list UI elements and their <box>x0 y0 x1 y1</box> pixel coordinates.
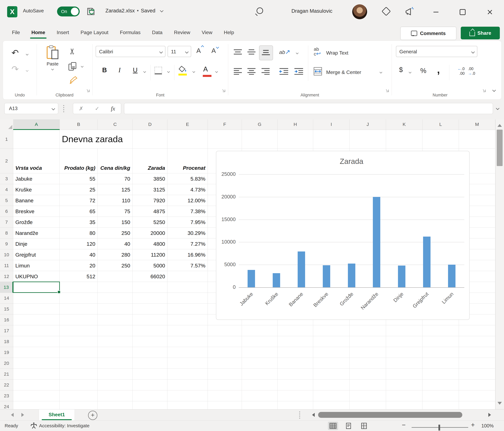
cell-K22[interactable] <box>386 379 423 390</box>
cell-B9[interactable]: 120 <box>60 238 98 249</box>
cell-H21[interactable] <box>278 369 313 379</box>
cell-E18[interactable] <box>167 336 208 347</box>
cell-C19[interactable] <box>98 347 133 358</box>
cell-C23[interactable] <box>98 390 133 401</box>
undo-dropdown-icon[interactable] <box>26 53 28 55</box>
cell-B7[interactable]: 35 <box>60 217 98 228</box>
number-format-select[interactable]: General <box>396 46 477 57</box>
cell-E10[interactable]: 16.96% <box>167 249 208 260</box>
cell-C6[interactable]: 75 <box>98 206 133 217</box>
cell-C20[interactable] <box>98 358 133 369</box>
cell-L23[interactable] <box>423 390 459 401</box>
column-header-F[interactable]: F <box>208 119 242 130</box>
add-sheet-button[interactable]: + <box>88 411 97 420</box>
cell-L22[interactable] <box>423 379 459 390</box>
cell-K21[interactable] <box>386 369 423 379</box>
cell-F24[interactable] <box>208 401 242 409</box>
cell-D6[interactable]: 4875 <box>133 206 167 217</box>
cell-D15[interactable] <box>133 304 167 314</box>
cell-C17[interactable] <box>98 325 133 336</box>
cell-G19[interactable] <box>242 347 278 358</box>
chart-bar-Limun[interactable] <box>448 265 456 287</box>
increase-indent-button[interactable] <box>294 68 303 75</box>
document-title[interactable]: Zarada2.xlsx•Saved <box>105 8 163 14</box>
chart-bar-Grejpfrut[interactable] <box>423 237 431 287</box>
cell-E1[interactable] <box>167 130 208 149</box>
cell-A12[interactable]: UKUPNO <box>13 271 60 282</box>
decrease-font-button[interactable]: A <box>211 47 216 54</box>
cell-C4[interactable]: 125 <box>98 184 133 195</box>
cell-M17[interactable] <box>459 325 495 336</box>
cell-L24[interactable] <box>423 401 459 409</box>
chart-bar-Dinje[interactable] <box>398 266 405 287</box>
cell-A18[interactable] <box>13 336 60 347</box>
cell-A16[interactable] <box>13 314 60 325</box>
cell-G22[interactable] <box>242 379 278 390</box>
cell-B14[interactable] <box>60 293 98 304</box>
cell-E12[interactable] <box>167 271 208 282</box>
horizontal-scroll-thumb[interactable] <box>318 412 462 418</box>
underline-dropdown-icon[interactable] <box>144 70 146 73</box>
align-bottom-button-selected[interactable] <box>259 45 273 60</box>
cell-F1[interactable] <box>208 130 242 149</box>
zoom-level[interactable]: 100% <box>481 423 494 429</box>
cell-C3[interactable]: 70 <box>98 173 133 184</box>
save-icon[interactable] <box>86 7 96 17</box>
cell-D23[interactable] <box>133 390 167 401</box>
italic-button[interactable]: I <box>118 66 121 74</box>
search-icon[interactable] <box>257 8 263 14</box>
cell-G17[interactable] <box>242 325 278 336</box>
name-box[interactable]: A13 <box>4 103 58 114</box>
cell-F23[interactable] <box>208 390 242 401</box>
cell-A7[interactable]: Grožđe <box>13 217 60 228</box>
scroll-up-icon[interactable] <box>497 122 502 127</box>
cell-L19[interactable] <box>423 347 459 358</box>
cell-J23[interactable] <box>350 390 386 401</box>
cell-M21[interactable] <box>459 369 495 379</box>
view-normal-button[interactable] <box>328 422 338 430</box>
chart-bar-Kruške[interactable] <box>273 273 280 287</box>
cell-B21[interactable] <box>60 369 98 379</box>
cell-A15[interactable] <box>13 304 60 314</box>
decrease-decimal-button[interactable]: .00 →.0 <box>468 66 480 76</box>
next-sheet-icon[interactable] <box>21 413 26 417</box>
tab-data[interactable]: Data <box>146 25 168 40</box>
cell-J22[interactable] <box>350 379 386 390</box>
hscroll-left-icon[interactable] <box>310 413 315 417</box>
cell-D14[interactable] <box>133 293 167 304</box>
row-header-1[interactable]: 1 <box>0 130 13 149</box>
cell-M19[interactable] <box>459 347 495 358</box>
number-dialog-launcher[interactable] <box>483 89 486 92</box>
merge-center-dropdown-icon[interactable] <box>380 71 382 73</box>
cell-E14[interactable] <box>167 293 208 304</box>
tab-review[interactable]: Review <box>168 25 196 40</box>
cell-E15[interactable] <box>167 304 208 314</box>
cell-E5[interactable]: 12.00% <box>167 195 208 206</box>
cell-J19[interactable] <box>350 347 386 358</box>
collapse-ribbon-icon[interactable] <box>492 88 496 92</box>
cell-K23[interactable] <box>386 390 423 401</box>
decrease-indent-button[interactable] <box>279 68 288 75</box>
cell-L1[interactable] <box>423 130 459 149</box>
cell-A17[interactable] <box>13 325 60 336</box>
row-header-18[interactable]: 18 <box>0 336 13 347</box>
column-header-I[interactable]: I <box>313 119 350 130</box>
cell-A19[interactable] <box>13 347 60 358</box>
row-header-8[interactable]: 8 <box>0 228 13 238</box>
cell-F21[interactable] <box>208 369 242 379</box>
row-header-11[interactable]: 11 <box>0 260 13 271</box>
cell-I20[interactable] <box>313 358 350 369</box>
excel-app-icon[interactable]: X <box>7 6 17 17</box>
vertical-scroll-thumb[interactable] <box>497 130 503 166</box>
cell-I24[interactable] <box>313 401 350 409</box>
cell-E7[interactable]: 7.95% <box>167 217 208 228</box>
cell-D16[interactable] <box>133 314 167 325</box>
row-header-3[interactable]: 3 <box>0 173 13 184</box>
merge-center-label[interactable]: Merge & Center <box>326 70 361 75</box>
align-center-button[interactable] <box>247 68 256 75</box>
accessibility-status[interactable]: Accessibility: Investigate <box>39 423 90 428</box>
cell-D1[interactable] <box>133 130 167 149</box>
cell-D12[interactable]: 66020 <box>133 271 167 282</box>
insert-function-icon[interactable]: fx <box>111 105 115 112</box>
tab-insert[interactable]: Insert <box>51 25 75 40</box>
